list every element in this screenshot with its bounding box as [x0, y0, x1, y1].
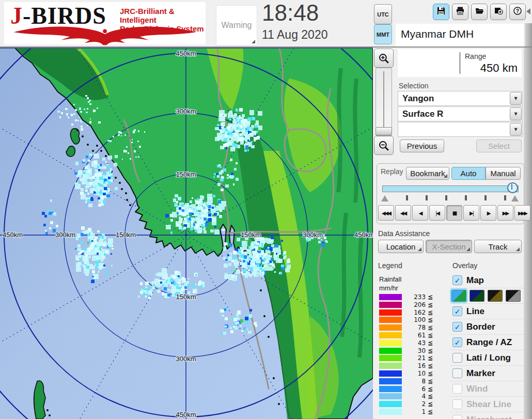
map-style-olive-swatch[interactable] [488, 290, 503, 302]
legend-unit-1: Rainfall [379, 275, 401, 284]
map-style-gray-swatch[interactable] [506, 290, 521, 302]
checkbox-icon[interactable] [452, 353, 462, 363]
overlay-item-label: Marker [466, 368, 495, 379]
manual-button[interactable]: Manual [486, 167, 521, 180]
bookmark-button[interactable]: Bookmark [406, 167, 449, 180]
panel-edge-strip [524, 48, 532, 419]
replay-tick-row [381, 195, 519, 202]
overlay-item-lati-long[interactable]: Lati / Long [450, 350, 524, 366]
forward-button[interactable]: ▶▶ [497, 205, 513, 221]
stop-button[interactable]: ■ [446, 205, 462, 221]
panel-edge-strip [525, 23, 532, 46]
play-button[interactable]: ▶ [480, 205, 496, 221]
replay-slider-thumb[interactable] [507, 182, 518, 193]
overlay-item-map[interactable]: ✓ Map [450, 273, 524, 288]
legend-unit-2: mm/hr [379, 284, 401, 292]
first-frame-button[interactable]: |◀ [429, 205, 445, 221]
replay-slider-track[interactable] [382, 185, 519, 192]
zoom-in-button[interactable] [374, 49, 394, 68]
range-ring-label: 150km [241, 231, 261, 239]
step-back-button[interactable]: ◀ [412, 205, 428, 221]
map-style-light-swatch[interactable] [451, 290, 466, 302]
overlay-item-range-az[interactable]: ✓Range / AZ [450, 335, 524, 350]
print-button[interactable] [452, 4, 468, 20]
checkbox-checked-icon[interactable]: ✓ [452, 306, 462, 316]
legend-value: 10 ≦ [403, 370, 433, 377]
legend-row: 6 ≦ [379, 385, 441, 393]
selection-label: Selection [399, 82, 429, 90]
add-image-button[interactable] [490, 4, 507, 20]
auto-label: Auto [461, 169, 477, 178]
chevron-down-icon[interactable]: ▼ [510, 92, 522, 105]
overlay-item-marker[interactable]: Marker [450, 366, 524, 381]
legend-swatch [379, 355, 402, 361]
control-panel: Range 450 km Selection Yangon ▼ Surface … [373, 48, 532, 419]
overlay-item-label: Microburst [466, 415, 512, 419]
legend-swatch [379, 409, 402, 415]
overlay-item-border[interactable]: ✓Border [450, 319, 524, 335]
legend-scale: 233 ≦206 ≦162 ≦100 ≦78 ≦61 ≦43 ≦30 ≦21 ≦… [379, 293, 441, 416]
option-dropdown[interactable]: ▼ [398, 122, 523, 137]
radar-map-canvas: 450km300km150km150km300km450km450km300km… [0, 48, 373, 419]
product-dropdown-value: Surface R [402, 109, 443, 119]
chevron-down-icon[interactable]: ▼ [510, 123, 522, 136]
range-ring-label: 300km [176, 355, 196, 363]
checkbox-icon [452, 384, 462, 394]
help-button[interactable]: ? [509, 4, 526, 20]
zoom-slider-track[interactable] [375, 68, 392, 136]
overlay-item-line[interactable]: ✓Line [450, 304, 524, 319]
legend-row: 162 ≦ [379, 309, 441, 317]
auto-button[interactable]: Auto [451, 167, 486, 180]
last-frame-button[interactable]: ▶| [463, 205, 479, 221]
legend-value: 6 ≦ [403, 385, 433, 393]
legend-swatch [379, 370, 402, 377]
warning-button[interactable]: Warning [216, 5, 257, 45]
svg-text:?: ? [516, 8, 519, 14]
rewind-fast-button[interactable]: ◀◀◀ [378, 205, 394, 221]
previous-button[interactable]: Previous [400, 139, 444, 152]
radar-map[interactable]: 450km300km150km150km300km450km450km300km… [0, 48, 373, 419]
checkbox-checked-icon[interactable]: ✓ [452, 275, 462, 285]
forward-fast-button[interactable]: ▶▶▶ [514, 205, 530, 221]
site-dropdown[interactable]: Yangon ▼ [398, 91, 523, 106]
legend-swatch [379, 340, 402, 346]
header-bar: J-BIRDS JRC-Brilliant & Intelligent Rada… [0, 0, 532, 48]
overlay-item-label: Map [466, 275, 484, 286]
rewind-button[interactable]: ◀◀ [395, 205, 411, 221]
map-style-dark-blue-swatch[interactable] [470, 290, 484, 302]
legend-value: 30 ≦ [403, 347, 433, 354]
mmt-button[interactable]: MMT [374, 24, 392, 44]
legend-row: 21 ≦ [379, 354, 441, 362]
range-ring-label: 300km [176, 107, 196, 115]
x-section-button[interactable]: X-Section [426, 240, 472, 253]
legend-row: 78 ≦ [379, 324, 441, 332]
overlay-panel: ✓ Map ✓Line✓Border✓Range / AZLati / Long… [450, 273, 524, 419]
product-dropdown[interactable]: Surface R ▼ [398, 106, 523, 121]
help-icon: ? [513, 6, 522, 18]
logo-tagline-1: JRC-Brilliant & Intelligent [120, 7, 206, 24]
checkbox-icon[interactable] [452, 368, 462, 378]
panel-collapse-arrow-icon[interactable] [526, 8, 530, 14]
jbirds-app: J-BIRDS JRC-Brilliant & Intelligent Rada… [0, 0, 532, 419]
clock-date: 11 Aug 2020 [262, 28, 327, 42]
legend-value: 100 ≦ [403, 316, 433, 323]
checkbox-icon [452, 399, 462, 409]
legend-value: 1 ≦ [403, 408, 433, 415]
utc-button[interactable]: UTC [374, 4, 392, 24]
zoom-out-icon [378, 140, 389, 151]
range-ring-label: 150km [116, 231, 136, 239]
overlay-title: Overlay [452, 261, 477, 270]
location-label: Location [386, 242, 416, 251]
track-button[interactable]: Track [474, 240, 522, 253]
location-button[interactable]: Location [378, 240, 424, 253]
checkbox-checked-icon[interactable]: ✓ [452, 322, 462, 332]
chevron-down-icon[interactable]: ▼ [510, 107, 522, 120]
legend-value: 43 ≦ [403, 339, 433, 347]
select-button[interactable]: Select [476, 139, 522, 152]
zoom-out-button[interactable] [374, 136, 394, 155]
open-button[interactable] [471, 4, 488, 20]
checkbox-checked-icon[interactable]: ✓ [452, 337, 462, 347]
zoom-slider-thumb[interactable] [375, 127, 392, 135]
save-button[interactable] [433, 4, 449, 20]
legend-row: 100 ≦ [379, 316, 441, 324]
